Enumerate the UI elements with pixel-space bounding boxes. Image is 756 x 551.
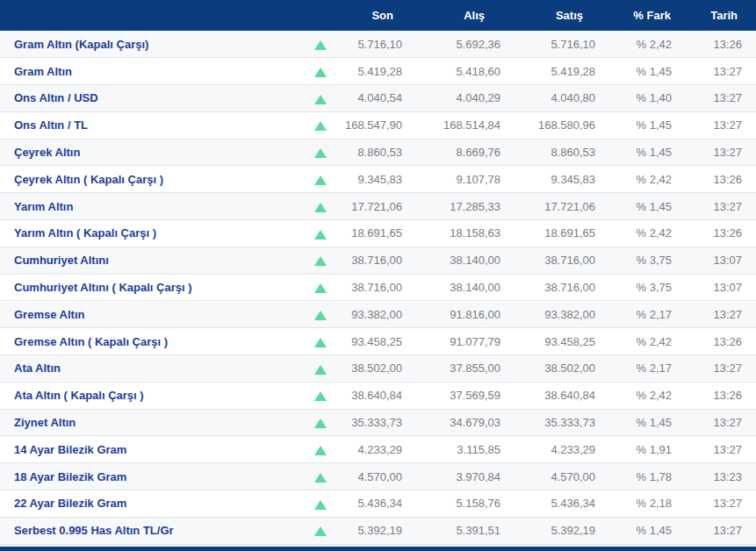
instrument-name-link[interactable]: Ata Altın ( Kapalı Çarşı ) bbox=[0, 382, 303, 409]
trend-cell bbox=[303, 409, 338, 436]
son-value: 93.382,00 bbox=[338, 301, 402, 328]
tarih-value: 13:23 bbox=[672, 463, 756, 490]
table-row: Cumhuriyet Altını38.716,0038.140,0038.71… bbox=[0, 247, 756, 274]
fark-value: % 1,78 bbox=[595, 463, 672, 490]
satis-value: 8.860,53 bbox=[500, 139, 595, 166]
alis-value: 5.158,76 bbox=[402, 490, 500, 518]
table-row: Çeyrek Altın ( Kapalı Çarşı )9.345,839.1… bbox=[0, 166, 756, 193]
alis-value: 168.514,84 bbox=[402, 111, 500, 139]
up-arrow-icon bbox=[314, 473, 327, 483]
fark-value: % 2,42 bbox=[595, 220, 672, 247]
up-arrow-icon bbox=[314, 500, 327, 510]
alis-value: 8.669,76 bbox=[402, 139, 500, 166]
instrument-name-link[interactable]: Ziynet Altın bbox=[0, 409, 303, 436]
up-arrow-icon bbox=[314, 40, 327, 50]
up-arrow-icon bbox=[314, 391, 327, 401]
fark-value: % 1,45 bbox=[595, 409, 672, 436]
alis-value: 5.418,60 bbox=[402, 58, 500, 85]
satis-value: 17.721,06 bbox=[500, 193, 595, 220]
instrument-name-link[interactable]: Ons Altın / USD bbox=[0, 85, 303, 112]
table-row: Gram Altın5.419,285.418,605.419,28% 1,45… bbox=[0, 58, 756, 85]
alis-value: 9.107,78 bbox=[402, 166, 500, 193]
trend-cell bbox=[303, 247, 338, 274]
instrument-name-link[interactable]: Gram Altın bbox=[0, 58, 303, 85]
fark-value: % 2,42 bbox=[595, 31, 672, 58]
instrument-name-link[interactable]: Ons Altın / TL bbox=[0, 111, 303, 139]
gold-prices-table: Son Alış Satış % Fark Tarih Gram Altın (… bbox=[0, 0, 756, 545]
alis-value: 34.679,03 bbox=[402, 409, 500, 436]
son-value: 4.570,00 bbox=[338, 463, 402, 490]
satis-value: 38.502,00 bbox=[500, 355, 595, 383]
table-row: Gremse Altın93.382,0091.816,0093.382,00%… bbox=[0, 301, 756, 328]
up-arrow-icon bbox=[314, 311, 327, 320]
alis-value: 17.285,33 bbox=[402, 193, 500, 220]
tarih-value: 13:26 bbox=[672, 31, 756, 58]
table-row: Ons Altın / USD4.040,544.040,294.040,80%… bbox=[0, 85, 756, 112]
header-name-column bbox=[0, 0, 303, 31]
son-value: 9.345,83 bbox=[338, 166, 402, 193]
instrument-name-link[interactable]: 22 Ayar Bilezik Gram bbox=[0, 490, 303, 518]
table-row: Yarım Altın ( Kapalı Çarşı )18.691,6518.… bbox=[0, 220, 756, 247]
table-row: Yarım Altın17.721,0617.285,3317.721,06% … bbox=[0, 193, 756, 220]
satis-value: 18.691,65 bbox=[500, 220, 595, 247]
alis-value: 5.391,51 bbox=[402, 517, 500, 544]
satis-value: 93.458,25 bbox=[500, 328, 595, 355]
son-value: 8.860,53 bbox=[338, 139, 402, 166]
alis-value: 37.569,59 bbox=[402, 382, 500, 409]
table-row: Serbest 0.995 Has Altın TL/Gr5.392,195.3… bbox=[0, 517, 756, 544]
fark-value: % 1,45 bbox=[595, 193, 672, 220]
satis-value: 5.392,19 bbox=[500, 517, 595, 544]
trend-cell bbox=[303, 31, 338, 58]
tarih-value: 13:26 bbox=[672, 382, 756, 409]
alis-value: 18.158,63 bbox=[402, 220, 500, 247]
instrument-name-link[interactable]: Yarım Altın bbox=[0, 193, 303, 220]
alis-value: 91.816,00 bbox=[402, 301, 500, 328]
satis-value: 5.436,34 bbox=[500, 490, 595, 518]
instrument-name-link[interactable]: Cumhuriyet Altını bbox=[0, 247, 303, 274]
tarih-value: 13:27 bbox=[672, 85, 756, 112]
tarih-value: 13:26 bbox=[672, 328, 756, 355]
instrument-name-link[interactable]: Çeyrek Altın bbox=[0, 139, 303, 166]
up-arrow-icon bbox=[314, 419, 327, 428]
satis-value: 168.580,96 bbox=[500, 111, 595, 139]
fark-value: % 2,42 bbox=[595, 382, 672, 409]
trend-cell bbox=[303, 166, 338, 193]
tarih-value: 13:27 bbox=[672, 355, 756, 383]
instrument-name-link[interactable]: Serbest 0.995 Has Altın TL/Gr bbox=[0, 517, 303, 544]
tarih-value: 13:27 bbox=[672, 301, 756, 328]
instrument-name-link[interactable]: Gremse Altın bbox=[0, 301, 303, 328]
trend-cell bbox=[303, 355, 338, 383]
trend-cell bbox=[303, 111, 338, 139]
satis-value: 4.570,00 bbox=[500, 463, 595, 490]
up-arrow-icon bbox=[314, 446, 327, 455]
up-arrow-icon bbox=[314, 256, 327, 266]
son-value: 168.547,90 bbox=[338, 111, 402, 139]
instrument-name-link[interactable]: Gremse Altın ( Kapalı Çarşı ) bbox=[0, 328, 303, 355]
instrument-name-link[interactable]: 18 Ayar Bilezik Gram bbox=[0, 463, 303, 490]
table-row: 14 Ayar Bilezik Gram4.233,293.115,854.23… bbox=[0, 436, 756, 463]
trend-cell bbox=[303, 436, 338, 463]
trend-cell bbox=[303, 517, 338, 544]
header-row: Son Alış Satış % Fark Tarih bbox=[0, 0, 756, 31]
up-arrow-icon bbox=[314, 338, 327, 347]
instrument-name-link[interactable]: Cumhuriyet Altını ( Kapalı Çarşı ) bbox=[0, 274, 303, 301]
fark-value: % 2,42 bbox=[595, 166, 672, 193]
table-row: Cumhuriyet Altını ( Kapalı Çarşı )38.716… bbox=[0, 274, 756, 301]
instrument-name-link[interactable]: 14 Ayar Bilezik Gram bbox=[0, 436, 303, 463]
fark-value: % 1,91 bbox=[595, 436, 672, 463]
trend-cell bbox=[303, 382, 338, 409]
tarih-value: 13:27 bbox=[672, 436, 756, 463]
son-value: 38.502,00 bbox=[338, 355, 402, 383]
son-value: 4.233,29 bbox=[338, 436, 402, 463]
header-tarih: Tarih bbox=[672, 0, 756, 31]
son-value: 35.333,73 bbox=[338, 409, 402, 436]
satis-value: 4.040,80 bbox=[500, 85, 595, 112]
table-body: Gram Altın (Kapalı Çarşı)5.716,105.692,3… bbox=[0, 31, 756, 544]
instrument-name-link[interactable]: Yarım Altın ( Kapalı Çarşı ) bbox=[0, 220, 303, 247]
trend-cell bbox=[303, 301, 338, 328]
instrument-name-link[interactable]: Gram Altın (Kapalı Çarşı) bbox=[0, 31, 303, 58]
son-value: 5.436,34 bbox=[338, 490, 402, 518]
instrument-name-link[interactable]: Çeyrek Altın ( Kapalı Çarşı ) bbox=[0, 166, 303, 193]
instrument-name-link[interactable]: Ata Altın bbox=[0, 355, 303, 383]
table-row: 22 Ayar Bilezik Gram5.436,345.158,765.43… bbox=[0, 490, 756, 518]
